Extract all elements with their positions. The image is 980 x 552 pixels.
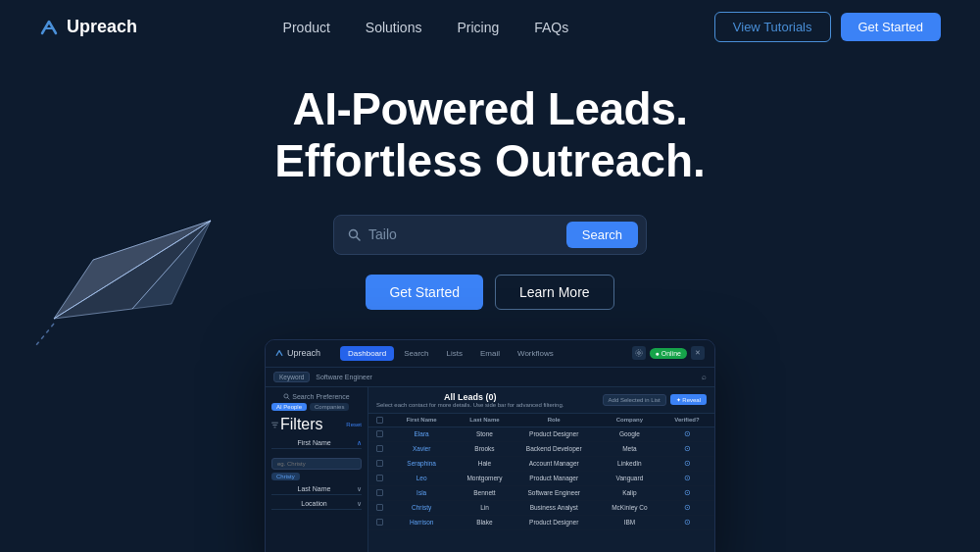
mockup-tab-search[interactable]: Search bbox=[396, 346, 436, 361]
hero-search-bar: Search bbox=[333, 215, 647, 255]
nav-links: Product Solutions Pricing FAQs bbox=[283, 20, 569, 35]
mockup-filter-tags: AI People Companies bbox=[271, 403, 362, 411]
svg-line-11 bbox=[288, 398, 290, 400]
nav-faqs[interactable]: FAQs bbox=[534, 20, 568, 35]
verified-icon-6: ⊙ bbox=[667, 518, 707, 527]
hero-learn-more-button[interactable]: Learn More bbox=[495, 275, 614, 310]
mockup-filter-firstname-toggle[interactable]: ∧ bbox=[357, 439, 362, 447]
nav-solutions[interactable]: Solutions bbox=[366, 20, 422, 35]
table-row[interactable]: Elara Stone Product Designer Google ⊙ bbox=[368, 427, 714, 442]
mockup-header: Upreach Dashboard Search Lists Email Wor… bbox=[266, 340, 714, 368]
svg-line-4 bbox=[93, 221, 211, 260]
hero-title-line2: Effortless Outreach. bbox=[274, 135, 706, 187]
row-role-3: Product Manager bbox=[516, 475, 592, 481]
mockup-filters-header: Filters Reset bbox=[271, 416, 362, 433]
mockup-filter-lastname[interactable]: Last Name ∨ bbox=[271, 483, 362, 495]
mockup-tab-dashboard[interactable]: Dashboard bbox=[340, 346, 394, 361]
row-checkbox-5[interactable] bbox=[376, 504, 390, 511]
row-lastname-0: Stone bbox=[453, 430, 515, 437]
mockup-filter-location[interactable]: Location ∨ bbox=[271, 498, 362, 510]
mockup-table-body: Elara Stone Product Designer Google ⊙ Xa… bbox=[368, 427, 714, 530]
row-verified-5: ⊙ bbox=[667, 503, 707, 512]
dashboard-mockup: Upreach Dashboard Search Lists Email Wor… bbox=[265, 339, 715, 552]
mockup-main-title-block: All Leads (0) Select each contact for mo… bbox=[376, 392, 564, 408]
mockup-table-search-icon[interactable]: ⌕ bbox=[702, 373, 707, 381]
paper-plane-decoration bbox=[34, 142, 230, 338]
logo-icon bbox=[39, 18, 59, 37]
table-row[interactable]: Isla Bennett Software Engineer Kalip ⊙ bbox=[368, 486, 714, 501]
row-firstname-1: Xavier bbox=[390, 445, 453, 452]
mockup-filter-firstname[interactable]: First Name ∧ bbox=[271, 437, 362, 449]
mockup-reset-link[interactable]: Reset bbox=[346, 422, 362, 427]
mockup-tag-people[interactable]: AI People bbox=[271, 403, 307, 411]
nav-pricing[interactable]: Pricing bbox=[457, 20, 499, 35]
mockup-keyword-value: Software Engineer bbox=[316, 374, 372, 380]
mockup-logo-text: Upreach bbox=[287, 348, 320, 358]
svg-line-3 bbox=[54, 221, 211, 319]
tutorials-button[interactable]: View Tutorials bbox=[714, 12, 831, 42]
mockup-nav-tabs: Dashboard Search Lists Email Workflows bbox=[340, 346, 626, 361]
hero-get-started-button[interactable]: Get Started bbox=[366, 275, 483, 310]
search-pref-icon bbox=[283, 393, 290, 400]
table-row[interactable]: Xavier Brooks Backend Developer Meta ⊙ bbox=[368, 442, 714, 457]
row-role-1: Backend Developer bbox=[516, 445, 592, 452]
mockup-add-selected-button[interactable]: Add Selected in List bbox=[603, 394, 666, 406]
nav-product[interactable]: Product bbox=[283, 20, 330, 35]
mockup-select-all-checkbox[interactable] bbox=[376, 417, 383, 424]
table-row[interactable]: Leo Montgomery Product Manager Vanguard … bbox=[368, 472, 714, 486]
verified-icon-3: ⊙ bbox=[667, 474, 707, 482]
mockup-firstname-chip: Christy bbox=[271, 473, 300, 480]
verified-icon-0: ⊙ bbox=[667, 429, 707, 438]
logo[interactable]: Upreach bbox=[39, 17, 137, 37]
mockup-filter-lastname-toggle[interactable]: ∨ bbox=[357, 485, 362, 493]
mockup-logo-icon bbox=[275, 349, 283, 357]
table-row[interactable]: Seraphina Hale Account Manager LinkedIn … bbox=[368, 457, 714, 472]
verified-icon-4: ⊙ bbox=[667, 488, 707, 497]
row-verified-3: ⊙ bbox=[667, 474, 707, 482]
row-checkbox-3[interactable] bbox=[376, 475, 390, 481]
row-firstname-4: Isla bbox=[390, 489, 453, 496]
mockup-tab-email[interactable]: Email bbox=[472, 346, 508, 361]
row-checkbox-1[interactable] bbox=[376, 445, 390, 452]
mockup-th-firstname: First Name bbox=[390, 417, 453, 424]
row-firstname-5: Christy bbox=[390, 504, 453, 511]
row-checkbox-6[interactable] bbox=[376, 519, 390, 526]
mockup-filter-location-toggle[interactable]: ∨ bbox=[357, 500, 362, 508]
row-firstname-3: Leo bbox=[390, 475, 453, 481]
mockup-th-lastname: Last Name bbox=[453, 417, 515, 424]
row-checkbox-2[interactable] bbox=[376, 460, 390, 467]
mockup-content-area: Search Preference AI People Companies Fi… bbox=[266, 387, 714, 552]
row-lastname-3: Montgomery bbox=[453, 475, 515, 481]
mockup-firstname-input[interactable] bbox=[271, 458, 362, 470]
mockup-search-pref-label: Search Preference bbox=[271, 393, 362, 401]
hero-search-input[interactable] bbox=[368, 226, 559, 242]
hero-title-line1: AI-Powered Leads. bbox=[292, 83, 687, 135]
filter-icon bbox=[271, 422, 278, 428]
mockup-close-icon[interactable]: ✕ bbox=[691, 346, 705, 360]
table-row[interactable]: Christy Lin Business Analyst McKinley Co… bbox=[368, 501, 714, 516]
svg-line-7 bbox=[357, 236, 361, 240]
row-checkbox-0[interactable] bbox=[376, 430, 390, 437]
mockup-th-role: Role bbox=[516, 417, 592, 424]
row-checkbox-4[interactable] bbox=[376, 489, 390, 496]
row-verified-2: ⊙ bbox=[667, 459, 707, 468]
mockup-settings-icon[interactable] bbox=[632, 346, 646, 360]
table-row[interactable]: Harrison Blake Product Designer IBM ⊙ bbox=[368, 516, 714, 530]
hero-search-button[interactable]: Search bbox=[566, 222, 638, 248]
mockup-reveal-button[interactable]: ✦ Reveal bbox=[670, 394, 707, 405]
mockup-sidebar: Search Preference AI People Companies Fi… bbox=[266, 387, 368, 552]
mockup-keyword-button[interactable]: Keyword bbox=[273, 372, 310, 382]
svg-point-8 bbox=[637, 352, 640, 355]
mockup-tab-lists[interactable]: Lists bbox=[439, 346, 470, 361]
verified-icon-1: ⊙ bbox=[667, 444, 707, 453]
row-company-0: Google bbox=[592, 430, 667, 437]
mockup-tab-workflows[interactable]: Workflows bbox=[510, 346, 562, 361]
row-firstname-0: Elara bbox=[390, 430, 453, 437]
svg-marker-1 bbox=[54, 221, 211, 319]
row-company-5: McKinley Co bbox=[592, 504, 667, 511]
mockup-tag-companies[interactable]: Companies bbox=[310, 403, 349, 411]
row-lastname-2: Hale bbox=[453, 460, 515, 467]
row-role-2: Account Manager bbox=[516, 460, 592, 467]
row-company-2: LinkedIn bbox=[592, 460, 667, 467]
get-started-nav-button[interactable]: Get Started bbox=[841, 13, 941, 41]
